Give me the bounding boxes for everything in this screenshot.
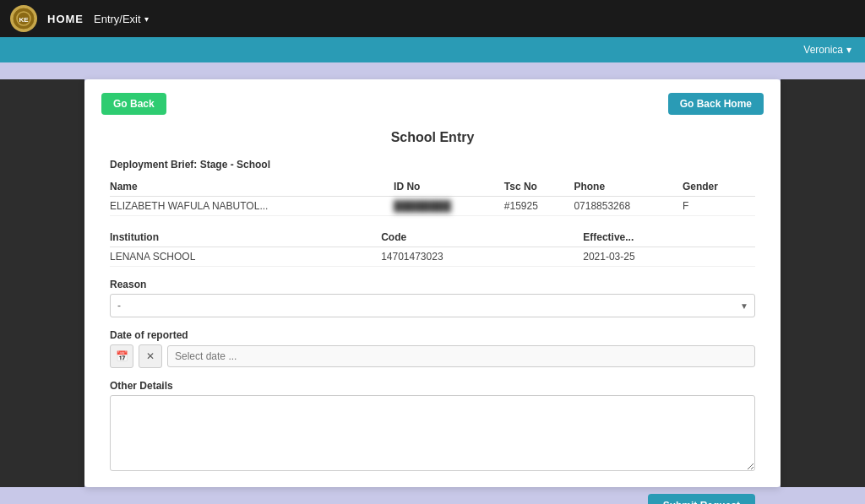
svg-text:KE: KE [19,16,29,24]
user-menu[interactable]: Veronica ▾ [803,44,851,56]
person-row: ELIZABETH WAFULA NABUTOL... ████████ #15… [110,197,755,216]
col-tscno: Tsc No [504,177,574,197]
app-logo: KE [10,5,37,32]
date-input[interactable] [167,345,755,367]
go-back-button[interactable]: Go Back [101,93,166,115]
institution-effective: 2021-03-25 [583,247,755,267]
menu-caret-icon: ▾ [144,14,149,24]
col-name: Name [110,177,394,197]
page-title: School Entry [110,130,755,145]
col-institution: Institution [110,228,381,247]
user-caret-icon: ▾ [846,44,851,56]
date-group: Date of reported 📅 ✕ [110,329,755,368]
other-details-label: Other Details [110,380,755,392]
other-details-group: Other Details [110,380,755,474]
entry-exit-menu[interactable]: Entry/Exit ▾ [94,13,149,25]
person-phone: 0718853268 [574,197,683,216]
home-label[interactable]: HOME [47,13,84,25]
calendar-icon: 📅 [116,350,128,362]
date-label: Date of reported [110,329,755,341]
col-code: Code [381,228,583,247]
calendar-button[interactable]: 📅 [110,344,133,368]
subbar: Veronica ▾ [0,37,865,62]
person-name: ELIZABETH WAFULA NABUTOL... [110,197,394,216]
institution-code: 14701473023 [381,247,583,267]
reason-select-wrapper: - Transfer Promotion Other [110,294,755,317]
submit-row: Submit Request [110,485,755,504]
col-gender: Gender [683,177,755,197]
person-idno: ████████ [394,197,504,216]
entry-exit-label: Entry/Exit [94,13,141,25]
reason-select[interactable]: - Transfer Promotion Other [110,294,755,317]
left-panel [0,79,84,487]
submit-button[interactable]: Submit Request [648,494,755,504]
clear-icon: ✕ [146,350,155,362]
institution-info-table: Institution Code Effective... LENANA SCH… [110,228,755,267]
navbar: KE HOME Entry/Exit ▾ [0,0,865,37]
section-label: Deployment Brief: Stage - School [110,159,755,171]
col-idno: ID No [394,177,504,197]
institution-row: LENANA SCHOOL 14701473023 2021-03-25 [110,247,755,267]
date-row: 📅 ✕ [110,344,755,368]
main-card: Go Back Go Back Home School Entry Deploy… [84,79,781,487]
col-phone: Phone [574,177,683,197]
reason-label: Reason [110,279,755,290]
go-back-home-button[interactable]: Go Back Home [668,93,764,115]
reason-group: Reason - Transfer Promotion Other [110,279,755,317]
clear-date-button[interactable]: ✕ [139,344,162,368]
person-tscno: #15925 [504,197,574,216]
right-panel [781,79,865,487]
user-name: Veronica [803,44,843,56]
person-info-table: Name ID No Tsc No Phone Gender ELIZABETH… [110,177,755,216]
institution-name: LENANA SCHOOL [110,247,381,267]
col-effective: Effective... [583,228,755,247]
other-details-textarea[interactable] [110,395,755,471]
person-gender: F [683,197,755,216]
